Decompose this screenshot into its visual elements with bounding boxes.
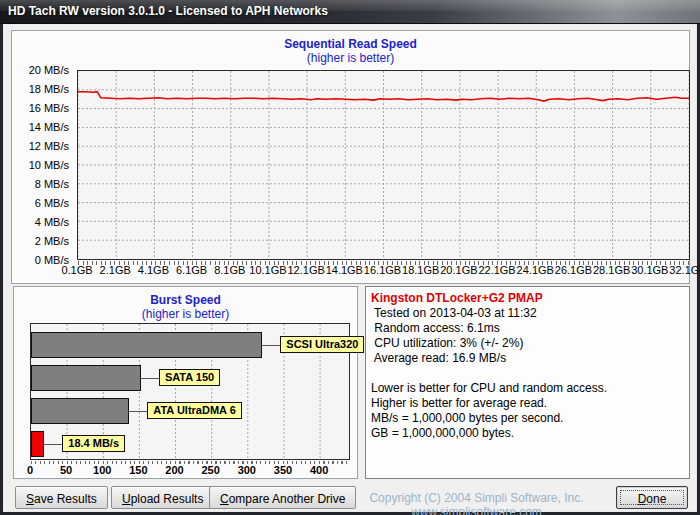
burst-x-tick-label: 100 — [85, 464, 119, 476]
title-bar[interactable]: HD Tach RW version 3.0.1.0 - Licensed to… — [0, 0, 700, 24]
burst-x-tick-label: 0 — [13, 464, 47, 476]
save-label-post: ave Results — [34, 492, 97, 506]
burst-x-tick-label: 400 — [302, 464, 336, 476]
info-random-access: Random access: 6.1ms — [371, 321, 685, 336]
save-label-key: S — [26, 492, 34, 506]
burst-bar — [31, 365, 141, 391]
burst-bar-connector — [129, 411, 147, 412]
seq-y-tick-label: 18 MB/s — [13, 83, 69, 95]
info-note-mbs: MB/s = 1,000,000 bytes per second. — [371, 411, 685, 426]
window-title: HD Tach RW version 3.0.1.0 - Licensed to… — [8, 4, 328, 18]
burst-chart-title: Burst Speed — [14, 293, 357, 307]
copyright-text: Copyright (C) 2004 Simpli Software, Inc.… — [334, 491, 619, 515]
seq-x-tick-label: 32.1GB — [666, 264, 700, 276]
seq-y-tick-label: 12 MB/s — [13, 140, 69, 152]
compare-label-post: ompare Another Drive — [229, 492, 346, 506]
seq-y-tick-label: 20 MB/s — [13, 64, 69, 76]
seq-chart-title: Sequential Read Speed — [12, 37, 689, 51]
burst-bar — [31, 431, 44, 457]
burst-bar-connector — [262, 345, 280, 346]
upload-results-button[interactable]: Upload Results — [111, 486, 214, 509]
drive-info-panel: Kingston DTLocker+G2 PMAP Tested on 2013… — [365, 286, 690, 479]
burst-bar-label: ATA UltraDMA 6 — [147, 402, 242, 419]
burst-bar-label: SATA 150 — [159, 369, 220, 386]
burst-bar — [31, 332, 262, 358]
burst-plot-area: SCSI Ultra320SATA 150ATA UltraDMA 618.4 … — [30, 323, 350, 460]
upload-label-key: U — [122, 492, 131, 506]
done-button[interactable]: Done — [616, 486, 688, 509]
drive-name: Kingston DTLocker+G2 PMAP — [371, 291, 685, 306]
burst-x-tick-label: 250 — [194, 464, 228, 476]
drive-info-text: Kingston DTLocker+G2 PMAP Tested on 2013… — [371, 291, 685, 441]
burst-x-tick-label: 150 — [121, 464, 155, 476]
seq-y-tick-label: 8 MB/s — [13, 178, 69, 190]
info-note-lower: Lower is better for CPU and random acces… — [371, 381, 685, 396]
burst-x-tick-label: 50 — [49, 464, 83, 476]
burst-bar-connector — [141, 378, 159, 379]
seq-y-tick-label: 2 MB/s — [13, 235, 69, 247]
burst-x-tick-label: 200 — [158, 464, 192, 476]
burst-speed-panel: Burst Speed (higher is better) SCSI Ultr… — [13, 286, 358, 479]
info-average-read: Average read: 16.9 MB/s — [371, 351, 685, 366]
seq-chart-svg — [78, 71, 689, 259]
seq-y-tick-label: 14 MB/s — [13, 121, 69, 133]
burst-bar — [31, 398, 129, 424]
app-window: HD Tach RW version 3.0.1.0 - Licensed to… — [0, 0, 700, 515]
seq-chart-subtitle: (higher is better) — [12, 51, 689, 65]
sequential-read-panel: Sequential Read Speed (higher is better)… — [11, 30, 690, 284]
burst-bar-label: 18.4 MB/s — [62, 435, 125, 452]
info-note-higher: Higher is better for average read. — [371, 396, 685, 411]
seq-y-tick-label: 4 MB/s — [13, 216, 69, 228]
burst-x-tick-label: 350 — [266, 464, 300, 476]
upload-label-post: pload Results — [131, 492, 204, 506]
done-label-key: D — [638, 492, 647, 506]
burst-chart-subtitle: (higher is better) — [14, 307, 357, 321]
info-cpu-utilization: CPU utilization: 3% (+/- 2%) — [371, 336, 685, 351]
seq-y-tick-label: 6 MB/s — [13, 197, 69, 209]
compare-label-key: C — [220, 492, 229, 506]
info-note-gb: GB = 1,000,000,000 bytes. — [371, 426, 685, 441]
seq-y-tick-label: 10 MB/s — [13, 159, 69, 171]
burst-bar-label: SCSI Ultra320 — [280, 336, 364, 353]
burst-bar-connector — [44, 444, 62, 445]
save-results-button[interactable]: Save Results — [15, 486, 108, 509]
burst-x-tick-label: 300 — [230, 464, 264, 476]
seq-y-tick-label: 16 MB/s — [13, 102, 69, 114]
done-label-post: one — [646, 492, 666, 506]
info-tested-on: Tested on 2013-04-03 at 11:32 — [371, 306, 685, 321]
info-blank — [371, 366, 685, 381]
seq-plot-area — [77, 70, 690, 260]
client-area: Sequential Read Speed (higher is better)… — [3, 24, 697, 512]
